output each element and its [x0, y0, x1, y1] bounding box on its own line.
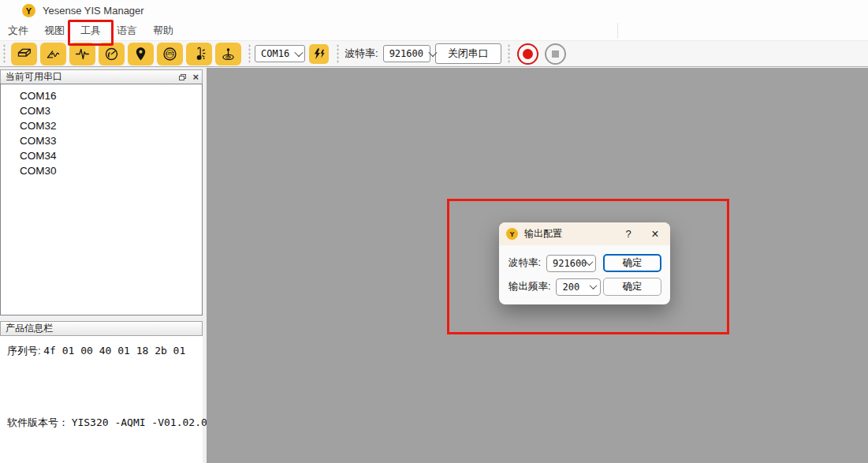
menu-item-language[interactable]: 语言 [109, 21, 145, 40]
attitude-wave-button[interactable] [40, 43, 66, 65]
menu-item-help[interactable]: 帮助 [145, 21, 181, 40]
available-ports-list: COM16 COM3 COM32 COM33 COM34 COM30 [0, 84, 203, 316]
close-panel-icon[interactable]: × [192, 73, 199, 81]
list-item-port[interactable]: COM33 [1, 133, 202, 148]
com-port-value: COM16 [261, 48, 289, 59]
list-item-port[interactable]: COM34 [1, 148, 202, 163]
dialog-output-rate-value: 200 [562, 282, 579, 293]
ports-panel-header: 当前可用串口 × [0, 69, 203, 84]
list-item-port[interactable]: COM30 [1, 163, 202, 178]
info-panel-title: 产品信息栏 [6, 322, 53, 335]
gauge-button[interactable] [99, 43, 125, 65]
info-panel-header: 产品信息栏 [0, 321, 203, 336]
menu-item-tools[interactable]: 工具 [73, 21, 109, 40]
app-window: { "window": { "title": "Yesense YIS Mana… [0, 0, 868, 463]
dialog-baud-select[interactable]: 921600 [546, 255, 596, 272]
cube-3d-icon [16, 46, 32, 62]
title-bar: Y Yesense YIS Manager [0, 0, 868, 21]
list-item-port[interactable]: COM32 [1, 118, 202, 133]
dialog-output-rate-confirm-button[interactable]: 确定 [603, 278, 661, 296]
dialog-app-icon: Y [506, 228, 518, 240]
output-config-dialog: Y 输出配置 ? × 波特率: 921600 确定 输出频率: 200 确定 [499, 222, 670, 304]
software-version-value: YIS320 -AQMI -V01.02.03; [72, 416, 220, 428]
baud-rate-value: 921600 [389, 48, 423, 59]
com-port-select[interactable]: COM16 [255, 45, 305, 62]
menu-bar-divider [617, 23, 618, 39]
dialog-output-rate-select[interactable]: 200 [556, 278, 601, 296]
utc-time-button[interactable]: UTC [157, 43, 183, 65]
dialog-title-bar[interactable]: Y 输出配置 ? × [499, 222, 670, 245]
left-dock: 当前可用串口 × COM16 COM3 COM32 COM33 COM34 CO… [0, 67, 204, 463]
serial-number-label: 序列号: [7, 345, 41, 357]
software-version-label: 软件版本号： [7, 416, 69, 428]
record-button[interactable] [517, 43, 538, 65]
serial-number-line: 序列号: 4f 01 00 40 01 18 2b 01 [7, 344, 185, 358]
utc-clock-icon: UTC [162, 46, 178, 62]
pulse-wave-icon [74, 46, 91, 62]
toolbar-drag-handle[interactable] [2, 44, 6, 63]
dialog-baud-value: 921600 [553, 258, 587, 269]
baud-rate-row: 波特率: 921600 确定 [509, 254, 661, 272]
chevron-down-icon [586, 258, 594, 266]
toolbar-drag-handle[interactable] [248, 44, 251, 63]
toolbar: UTC COM16 [0, 40, 868, 67]
dialog-body: 波特率: 921600 确定 输出频率: 200 确定 [499, 245, 670, 296]
close-serial-port-button[interactable]: 关闭串口 [435, 43, 501, 64]
magnetic-pin-button[interactable] [215, 43, 241, 65]
dialog-baud-confirm-button[interactable]: 确定 [603, 254, 661, 272]
chevron-down-icon [294, 48, 303, 57]
serial-number-value: 4f 01 00 40 01 18 2b 01 [43, 345, 185, 357]
view-3d-button[interactable] [11, 43, 37, 65]
list-item-port[interactable]: COM3 [1, 103, 202, 118]
toolbar-drag-handle[interactable] [336, 44, 340, 63]
location-button[interactable] [128, 43, 154, 65]
app-logo-icon: Y [22, 4, 35, 17]
float-panel-icon[interactable] [179, 74, 186, 80]
thermometer-icon [191, 46, 207, 62]
dialog-output-rate-label: 输出频率: [509, 280, 550, 293]
dialog-close-icon[interactable]: × [646, 228, 664, 241]
svg-text:UTC: UTC [166, 52, 174, 56]
chevron-down-icon [590, 282, 598, 289]
location-pin-icon [132, 46, 149, 62]
refresh-ports-button[interactable] [309, 44, 329, 64]
menu-item-file[interactable]: 文件 [0, 21, 36, 40]
baud-rate-label: 波特率: [345, 47, 378, 61]
menu-item-tools-label: 工具 [80, 24, 101, 36]
software-version-line: 软件版本号： YIS320 -AQMI -V01.02.03; [7, 416, 219, 430]
temperature-button[interactable] [186, 43, 212, 65]
list-item-port[interactable]: COM16 [1, 88, 202, 103]
window-title: Yesense YIS Manager [43, 5, 144, 17]
ports-panel-title: 当前可用串口 [6, 70, 62, 84]
baud-rate-select[interactable]: 921600 [383, 45, 430, 62]
dialog-help-button[interactable]: ? [621, 228, 635, 240]
stop-button[interactable] [545, 43, 566, 65]
angle-wave-icon [45, 46, 61, 62]
output-rate-row: 输出频率: 200 确定 [509, 278, 661, 296]
menu-bar: 文件 视图 工具 语言 帮助 [0, 21, 868, 40]
dialog-baud-label: 波特率: [509, 256, 541, 270]
toolbar-drag-handle[interactable] [507, 44, 511, 63]
refresh-bolts-icon [312, 47, 326, 61]
pin-base-icon [220, 46, 237, 62]
menu-item-view[interactable]: 视图 [36, 21, 73, 40]
product-info-body: 序列号: 4f 01 00 40 01 18 2b 01 软件版本号： YIS3… [0, 336, 203, 463]
waveform-button[interactable] [69, 43, 95, 65]
dialog-title: 输出配置 [524, 227, 562, 241]
gauge-icon [103, 46, 120, 62]
